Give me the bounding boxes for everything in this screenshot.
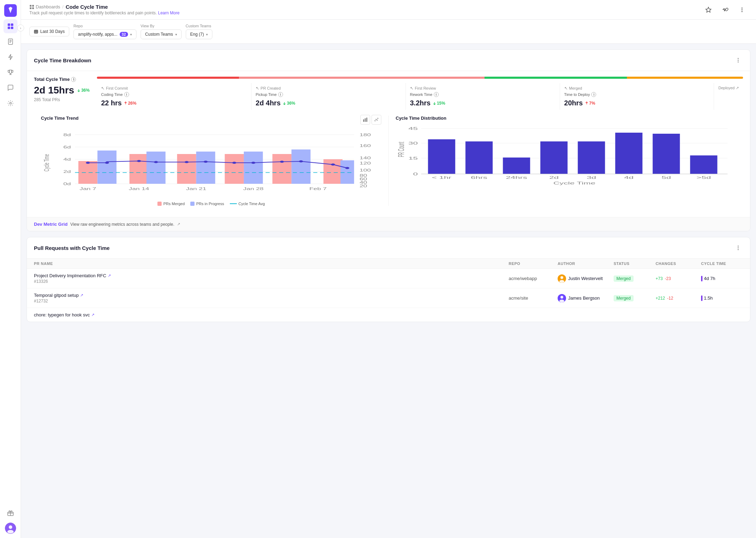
link-button[interactable] — [720, 4, 731, 15]
cycle-time-bar-1 — [701, 276, 702, 281]
pr-status-cell-1: Merged — [614, 275, 656, 282]
pr-name-cell: Project Delivery Implmentation RFC ↗ #13… — [34, 273, 509, 284]
sidebar-item-documents[interactable] — [3, 35, 17, 49]
svg-rect-2 — [11, 23, 13, 26]
pr-external-link-1[interactable]: ↗ — [108, 273, 111, 278]
svg-rect-100 — [428, 139, 455, 174]
deploy-info-icon[interactable]: ℹ — [591, 92, 596, 97]
deployed-label: Deployed ↗ — [718, 86, 739, 90]
pr-external-link-2[interactable]: ↗ — [80, 293, 83, 298]
sidebar-item-chat[interactable] — [3, 81, 17, 95]
rework-info-icon[interactable]: ℹ — [434, 92, 439, 97]
coding-phase-label: Coding Time ℹ — [101, 92, 247, 97]
repo-filter-button[interactable]: amplify-notify, apps... 32 ▾ — [73, 29, 136, 39]
total-info-icon[interactable]: ℹ — [71, 77, 76, 82]
rework-phase-col: ↖ First Review Rework Time ℹ 3.2hrs — [405, 83, 560, 110]
pr-table-menu[interactable] — [733, 243, 743, 253]
col-header-pr-name: PR NAME — [34, 261, 509, 266]
sidebar-item-settings[interactable] — [3, 96, 17, 110]
pr-table: PR NAME REPO AUTHOR STATUS CHANGES CYCLE… — [27, 259, 750, 322]
dev-metric-row: Dev Metric Grid View raw engineering met… — [27, 217, 750, 231]
repo-count-badge: 32 — [120, 32, 128, 37]
breadcrumb-parent[interactable]: Dashboards — [29, 4, 60, 9]
svg-rect-63 — [340, 160, 354, 184]
svg-point-121 — [738, 249, 739, 250]
bar-chart-icon-button[interactable] — [360, 115, 370, 125]
star-button[interactable] — [703, 4, 714, 15]
svg-point-38 — [376, 119, 377, 120]
teams-chevron-icon: ▾ — [206, 33, 208, 36]
sidebar-toggle[interactable]: › — [17, 25, 24, 32]
pickup-phase-value: 2d 4hrs 36% — [256, 99, 401, 107]
more-menu-button[interactable] — [736, 4, 748, 15]
svg-text:PR Count: PR Count — [396, 142, 406, 157]
svg-text:3d: 3d — [587, 176, 596, 180]
pr-table-title: Pull Requests with Cycle Time — [34, 245, 109, 251]
svg-text:Cycle Time: Cycle Time — [43, 154, 50, 171]
dev-metric-link[interactable]: Dev Metric Grid — [34, 222, 68, 227]
legend-cycle-avg: Cycle Time Avg — [230, 202, 265, 206]
sidebar-item-trophy[interactable] — [3, 65, 17, 79]
pr-author-cell-1: Justin Westervelt — [558, 274, 614, 283]
svg-text:45: 45 — [408, 127, 418, 131]
chart-legend: PRs Merged PRs in Progress Cycle Time Av… — [41, 202, 381, 206]
pr-table-header: Pull Requests with Cycle Time — [27, 237, 750, 259]
svg-point-68 — [185, 161, 189, 163]
pr-table-section: Pull Requests with Cycle Time PR NAME RE… — [27, 237, 750, 322]
pr-name-cell: chore: typegen for hook svc ↗ — [34, 312, 509, 317]
date-filter-button[interactable]: Last 30 Days — [29, 27, 69, 36]
scatter-chart-icon-button[interactable] — [372, 115, 381, 125]
svg-text:Jan 7: Jan 7 — [79, 187, 96, 191]
cycle-breakdown-menu[interactable] — [733, 55, 743, 65]
svg-rect-101 — [465, 141, 493, 174]
teams-filter-label: Custom Teams — [186, 24, 212, 28]
sidebar-item-lightning[interactable] — [3, 50, 17, 64]
svg-point-33 — [738, 62, 739, 63]
svg-text:15: 15 — [408, 156, 418, 160]
chart-toolbar — [360, 115, 381, 125]
svg-text:30: 30 — [408, 141, 418, 145]
svg-rect-104 — [578, 141, 605, 174]
svg-marker-9 — [9, 54, 12, 60]
pr-external-link-3[interactable]: ↗ — [91, 313, 94, 317]
svg-text:Cycle Time: Cycle Time — [553, 181, 595, 185]
svg-text:Jan 14: Jan 14 — [129, 187, 149, 191]
header-subtitle: Track pull request cycle times to identi… — [29, 11, 179, 15]
sidebar-item-gift[interactable] — [3, 506, 17, 520]
app-logo[interactable] — [4, 4, 17, 18]
phases-container: ↖ First Commit Coding Time ℹ 22 hrs — [97, 77, 743, 110]
teams-filter-button[interactable]: Eng (7) ▾ — [186, 29, 212, 39]
coding-info-icon[interactable]: ℹ — [124, 92, 129, 97]
svg-rect-106 — [653, 134, 680, 174]
col-header-author: AUTHOR — [558, 261, 614, 266]
viewby-filter-value: Custom Teams — [145, 32, 173, 37]
svg-point-75 — [345, 167, 349, 169]
svg-text:Feb 7: Feb 7 — [309, 187, 327, 191]
svg-text:6hrs: 6hrs — [471, 176, 487, 180]
svg-point-73 — [299, 160, 303, 162]
svg-text:0d: 0d — [63, 182, 71, 186]
sidebar-bottom — [3, 506, 17, 534]
sidebar: › — [0, 0, 21, 538]
total-cycle-label: Total Cycle Time ℹ — [34, 77, 90, 82]
pr-cycle-time-cell-2: 1.5h — [701, 295, 743, 301]
col-header-cycle-time: CYCLE TIME — [701, 261, 743, 266]
deploy-phase-value: 20hrs 7% — [564, 99, 710, 107]
svg-text:6d: 6d — [63, 145, 71, 149]
user-avatar[interactable] — [5, 523, 16, 534]
pr-table-column-headers: PR NAME REPO AUTHOR STATUS CHANGES CYCLE… — [27, 259, 750, 269]
pickup-info-icon[interactable]: ℹ — [278, 92, 283, 97]
svg-point-126 — [560, 296, 563, 299]
sidebar-item-dashboard[interactable] — [3, 19, 17, 33]
deploy-phase-col: ↖ Merged Time to Deploy ℹ 20hrs — [560, 83, 714, 110]
learn-more-link[interactable]: Learn More — [158, 11, 179, 15]
dist-chart-title: Cycle Time Distribution — [396, 116, 736, 121]
table-row: chore: typegen for hook svc ↗ — [27, 308, 750, 322]
svg-text:Jan 21: Jan 21 — [186, 187, 206, 191]
svg-rect-19 — [30, 5, 31, 7]
svg-text:< 1hr: < 1hr — [432, 176, 451, 180]
svg-marker-23 — [706, 7, 711, 12]
svg-rect-55 — [225, 154, 243, 184]
breakdown-top: Total Cycle Time ℹ 2d 15hrs 36% 285 Tota… — [34, 77, 743, 110]
viewby-filter-button[interactable]: Custom Teams ▾ — [141, 29, 182, 39]
